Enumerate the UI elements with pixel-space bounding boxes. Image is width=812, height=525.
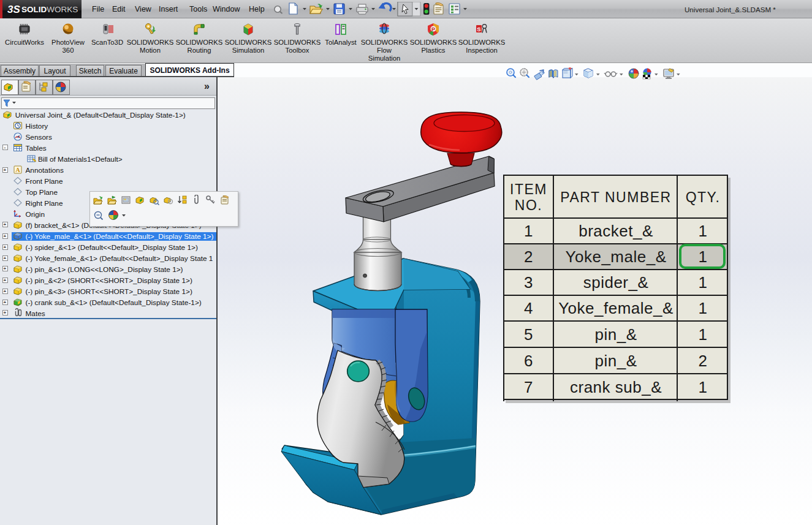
svg-text:SOLIDWORKS: SOLIDWORKS: [21, 5, 78, 14]
svg-text:3S: 3S: [7, 4, 20, 15]
svg-text:P: P: [431, 26, 435, 32]
svg-text:A: A: [15, 167, 20, 173]
svg-text:S: S: [477, 26, 480, 32]
